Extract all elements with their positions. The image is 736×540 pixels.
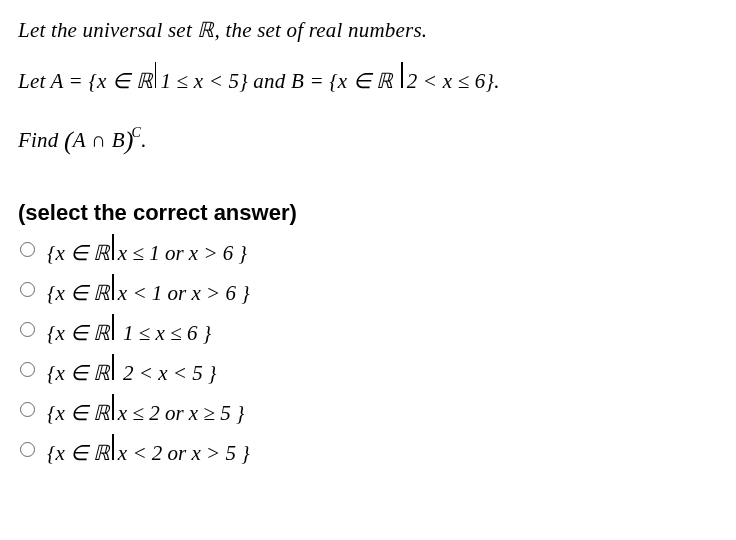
option-3[interactable]: {x ∈ ℝ 1 ≤ x ≤ 6 } [18, 314, 718, 346]
set-bar-icon [401, 62, 403, 88]
real-symbol: ℝ [197, 18, 214, 42]
real-symbol: ℝ [93, 361, 110, 385]
question-line-3: Find (A ∩ B)C. [18, 120, 718, 162]
option-5[interactable]: {x ∈ ℝx ≤ 2 or x ≥ 5 } [18, 394, 718, 426]
real-symbol: ℝ [136, 69, 153, 93]
real-symbol: ℝ [93, 401, 110, 425]
complement-superscript: C [132, 122, 142, 144]
radio-option-3[interactable] [20, 322, 35, 337]
var-x: x [338, 69, 348, 93]
radio-option-4[interactable] [20, 362, 35, 377]
text: , the set of real numbers. [215, 18, 428, 42]
set-bar-icon [112, 434, 114, 460]
element-of: ∈ [65, 361, 94, 385]
set-bar-icon [112, 354, 114, 380]
question-line-2: Let A = {x ∈ ℝ1 ≤ x < 5} and B = {x ∈ ℝ … [18, 62, 718, 99]
intersection-icon: ∩ [85, 128, 111, 152]
text: . [141, 128, 146, 152]
element-of: ∈ [65, 401, 94, 425]
brace-close: } [208, 361, 216, 385]
element-of: ∈ [347, 69, 376, 93]
var-x: x [97, 69, 107, 93]
text: } and B [239, 69, 304, 93]
condition: 1 ≤ x ≤ 6 [118, 321, 203, 345]
set-bar-icon [112, 394, 114, 420]
option-label: {x ∈ ℝx ≤ 2 or x ≥ 5 } [47, 394, 244, 426]
set-A: A [73, 128, 86, 152]
instruction-text: (select the correct answer) [18, 200, 718, 226]
text: Let the universal set [18, 18, 197, 42]
element-of: ∈ [65, 441, 94, 465]
condition: x < 1 or x > 6 [118, 281, 241, 305]
real-symbol: ℝ [93, 241, 110, 265]
element-of: ∈ [107, 69, 136, 93]
set-B: B [112, 128, 125, 152]
set-bar-icon [112, 274, 114, 300]
set-bar-icon [112, 234, 114, 260]
real-symbol: ℝ [93, 321, 110, 345]
brace-close: } [203, 321, 211, 345]
option-label: {x ∈ ℝx < 2 or x > 5 } [47, 434, 250, 466]
element-of: ∈ [65, 241, 94, 265]
text: Let A [18, 69, 63, 93]
condition: 2 < x ≤ 6 [407, 69, 486, 93]
var-x: x [55, 321, 64, 345]
set-bar-icon [112, 314, 114, 340]
option-1[interactable]: {x ∈ ℝx ≤ 1 or x > 6 } [18, 234, 718, 266]
radio-option-2[interactable] [20, 282, 35, 297]
real-symbol: ℝ [376, 69, 393, 93]
option-2[interactable]: {x ∈ ℝx < 1 or x > 6 } [18, 274, 718, 306]
var-x: x [55, 441, 64, 465]
option-label: {x ∈ ℝx ≤ 1 or x > 6 } [47, 234, 247, 266]
condition: x < 2 or x > 5 [118, 441, 241, 465]
var-x: x [55, 281, 64, 305]
option-6[interactable]: {x ∈ ℝx < 2 or x > 5 } [18, 434, 718, 466]
condition: 2 < x < 5 [118, 361, 208, 385]
question-line-1: Let the universal set ℝ, the set of real… [18, 14, 718, 48]
text: = { [63, 69, 97, 93]
paren-open: ( [64, 120, 73, 162]
brace-close: } [241, 281, 249, 305]
text: }. [486, 69, 500, 93]
element-of: ∈ [65, 281, 94, 305]
radio-option-1[interactable] [20, 242, 35, 257]
var-x: x [55, 401, 64, 425]
var-x: x [55, 361, 64, 385]
option-4[interactable]: {x ∈ ℝ 2 < x < 5 } [18, 354, 718, 386]
brace-close: } [241, 441, 249, 465]
element-of: ∈ [65, 321, 94, 345]
real-symbol: ℝ [93, 281, 110, 305]
option-label: {x ∈ ℝx < 1 or x > 6 } [47, 274, 250, 306]
var-x: x [55, 241, 64, 265]
radio-option-5[interactable] [20, 402, 35, 417]
option-label: {x ∈ ℝ 1 ≤ x ≤ 6 } [47, 314, 211, 346]
condition: 1 ≤ x < 5 [160, 69, 239, 93]
condition: x ≤ 2 or x ≥ 5 [118, 401, 236, 425]
radio-option-6[interactable] [20, 442, 35, 457]
text: = { [304, 69, 338, 93]
option-label: {x ∈ ℝ 2 < x < 5 } [47, 354, 216, 386]
text: Find [18, 128, 64, 152]
brace-close: } [236, 401, 244, 425]
set-bar-icon [155, 62, 157, 88]
real-symbol: ℝ [93, 441, 110, 465]
brace-close: } [239, 241, 247, 265]
condition: x ≤ 1 or x > 6 [118, 241, 239, 265]
